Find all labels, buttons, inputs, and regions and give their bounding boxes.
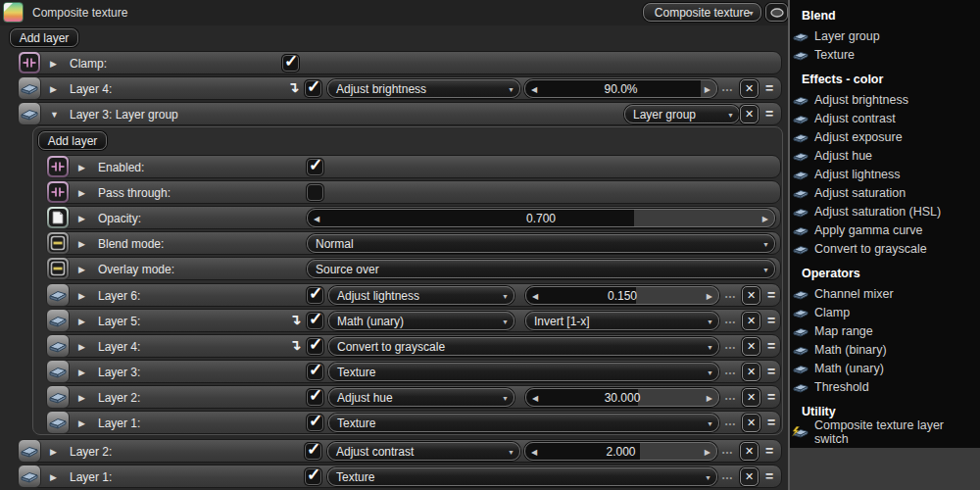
delete-layer-button[interactable]: ✕ — [740, 79, 759, 98]
layer-enabled-checkbox[interactable]: ✓ — [307, 287, 323, 304]
more-options-button[interactable]: … — [724, 313, 737, 326]
layer-enabled-checkbox[interactable]: ✓ — [307, 389, 323, 406]
layer-enabled-checkbox[interactable]: ✓ — [305, 468, 321, 485]
row-layer-3-group[interactable]: ▼ Layer 3: Layer group Layer group▼ ✕ = — [18, 102, 782, 125]
expand-arrow-icon[interactable]: ▶ — [78, 342, 85, 352]
enabled-checkbox[interactable]: ✓ — [307, 159, 323, 175]
expand-arrow-icon[interactable]: ▶ — [50, 59, 57, 69]
effect-select[interactable]: Adjust brightness▼ — [327, 79, 520, 98]
crop-to-layer-icon[interactable]: ↴ — [289, 311, 302, 328]
layer-enabled-checkbox[interactable]: ✓ — [307, 338, 323, 355]
effect-select[interactable]: Adjust contrast▼ — [327, 442, 520, 461]
palette-item-map-range[interactable]: Map range — [790, 321, 980, 340]
preview-toggle-button[interactable] — [765, 3, 788, 22]
more-options-button[interactable]: … — [721, 80, 734, 94]
expand-arrow-icon[interactable]: ▶ — [78, 163, 85, 172]
more-options-button[interactable]: … — [724, 364, 737, 377]
crop-to-layer-icon[interactable]: ↴ — [287, 78, 300, 96]
value-slider[interactable]: ◀ 0.150 ▶ — [525, 286, 719, 305]
row-group-layer-6[interactable]: ▶ Layer 6: ✓ Adjust lightness▼ ◀ 0.150 ▶… — [46, 283, 781, 307]
row-group-layer-3[interactable]: ▶ Layer 3: ✓ Texture▼ … ✕ = — [46, 360, 781, 383]
expand-arrow-icon[interactable]: ▶ — [78, 393, 85, 403]
layer-enabled-checkbox[interactable]: ✓ — [307, 364, 323, 380]
expand-arrow-icon[interactable]: ▶ — [78, 291, 85, 301]
expand-arrow-icon[interactable]: ▶ — [78, 317, 85, 326]
palette-item-layer-group[interactable]: Layer group — [790, 26, 980, 45]
delete-layer-button[interactable]: ✕ — [742, 388, 760, 407]
delete-layer-button[interactable]: ✕ — [740, 105, 759, 123]
operation-select[interactable]: Invert [1-x]▼ — [525, 312, 719, 330]
crop-to-layer-icon[interactable]: ↴ — [289, 336, 302, 354]
delete-layer-button[interactable]: ✕ — [740, 442, 759, 461]
expand-arrow-icon[interactable]: ▶ — [78, 418, 85, 428]
drag-handle[interactable]: = — [765, 443, 773, 459]
more-options-button[interactable]: … — [724, 415, 737, 428]
row-group-layer-1[interactable]: ▶ Layer 1: ✓ Texture▼ … ✕ = — [46, 411, 781, 434]
row-clamp[interactable]: ▶ Clamp: ✓ — [18, 51, 782, 74]
delete-layer-button[interactable]: ✕ — [740, 467, 759, 486]
more-options-button[interactable]: … — [724, 389, 737, 403]
drag-handle[interactable]: = — [765, 80, 773, 96]
row-layer-1[interactable]: ▶ Layer 1: ✓ Texture▼ … ✕ = — [18, 465, 782, 488]
value-slider[interactable]: ◀ 2.000 ▶ — [524, 442, 717, 461]
clamp-checkbox[interactable]: ✓ — [282, 55, 299, 72]
delete-layer-button[interactable]: ✕ — [742, 286, 760, 305]
expand-arrow-icon[interactable]: ▶ — [78, 368, 85, 377]
row-enabled[interactable]: ▶ Enabled: ✓ — [46, 155, 781, 178]
row-group-layer-2[interactable]: ▶ Layer 2: ✓ Adjust hue▼ ◀ 30.000 ▶ … ✕ … — [46, 385, 781, 409]
delete-layer-button[interactable]: ✕ — [742, 337, 760, 356]
palette-item-adjust-hue[interactable]: Adjust hue — [790, 146, 980, 165]
effect-select[interactable]: Texture▼ — [328, 414, 719, 432]
palette-item-adjust-saturation[interactable]: Adjust saturation — [790, 183, 980, 202]
blend-mode-select[interactable]: Normal▼ — [307, 234, 775, 253]
row-group-layer-4[interactable]: ▶ Layer 4: ↴ ✓ Convert to grayscale▼ … ✕… — [46, 334, 781, 358]
palette-item-threshold[interactable]: Threshold — [790, 377, 980, 396]
palette-item-clamp[interactable]: Clamp — [790, 303, 980, 321]
drag-handle[interactable]: = — [767, 415, 775, 430]
node-type-select[interactable]: Composite texture ▼ — [643, 3, 761, 22]
layer-type-select[interactable]: Layer group▼ — [624, 105, 740, 123]
palette-item-texture[interactable]: Texture — [790, 45, 980, 64]
expand-arrow-icon[interactable]: ▶ — [78, 214, 85, 223]
effect-select[interactable]: Convert to grayscale▼ — [328, 337, 719, 356]
palette-item-adjust-lightness[interactable]: Adjust lightness — [790, 165, 980, 183]
palette-item-math-binary[interactable]: Math (binary) — [790, 340, 980, 359]
layer-enabled-checkbox[interactable]: ✓ — [307, 313, 323, 329]
delete-layer-button[interactable]: ✕ — [742, 414, 760, 432]
expand-arrow-icon[interactable]: ▶ — [78, 239, 85, 249]
layer-enabled-checkbox[interactable]: ✓ — [307, 415, 323, 431]
expand-arrow-icon[interactable]: ▶ — [50, 472, 57, 482]
effect-select[interactable]: Texture▼ — [327, 467, 717, 486]
palette-item-adjust-exposure[interactable]: Adjust exposure — [790, 127, 980, 146]
row-layer-4[interactable]: ▶ Layer 4: ↴ ✓ Adjust brightness▼ ◀ 90.0… — [18, 76, 782, 100]
value-slider[interactable]: ◀ 30.000 ▶ — [525, 388, 719, 407]
palette-item-convert-to-grayscale[interactable]: Convert to grayscale — [790, 239, 980, 258]
group-add-layer-button[interactable]: Add layer — [38, 131, 107, 150]
palette-item-math-unary[interactable]: Math (unary) — [790, 359, 980, 377]
row-opacity[interactable]: ▶ Opacity: ◀ 0.700 ▶ — [46, 206, 781, 229]
row-blend-mode[interactable]: ▶ Blend mode: Normal▼ — [46, 231, 781, 255]
palette-item-adjust-contrast[interactable]: Adjust contrast — [790, 109, 980, 127]
drag-handle[interactable]: = — [767, 338, 775, 354]
effect-select[interactable]: Texture▼ — [328, 363, 719, 381]
expand-arrow-icon[interactable]: ▶ — [78, 265, 85, 274]
overlay-mode-select[interactable]: Source over▼ — [307, 260, 775, 278]
palette-item-adjust-brightness[interactable]: Adjust brightness — [790, 90, 980, 109]
expand-arrow-icon[interactable]: ▶ — [50, 84, 57, 94]
add-layer-button[interactable]: Add layer — [10, 28, 78, 47]
drag-handle[interactable]: = — [765, 106, 773, 122]
value-slider[interactable]: ◀ 90.0% ▶ — [524, 79, 717, 98]
more-options-button[interactable]: … — [724, 338, 737, 352]
drag-handle[interactable]: = — [767, 313, 775, 328]
row-group-layer-5[interactable]: ▶ Layer 5: ↴ ✓ Math (unary)▼ Invert [1-x… — [46, 309, 781, 332]
layer-enabled-checkbox[interactable]: ✓ — [305, 80, 321, 97]
delete-layer-button[interactable]: ✕ — [742, 363, 760, 381]
effect-select[interactable]: Math (unary)▼ — [328, 312, 514, 330]
palette-item-composite-texture-layer-switch[interactable]: Composite texture layer switch — [790, 422, 980, 441]
palette-item-channel-mixer[interactable]: Channel mixer — [790, 284, 980, 303]
opacity-slider[interactable]: ◀ 0.700 ▶ — [307, 209, 775, 227]
drag-handle[interactable]: = — [767, 389, 775, 405]
palette-item-adjust-saturation-hsl[interactable]: Adjust saturation (HSL) — [790, 202, 980, 220]
more-options-button[interactable]: … — [724, 287, 737, 301]
row-pass-through[interactable]: ▶ Pass through: — [46, 180, 781, 204]
